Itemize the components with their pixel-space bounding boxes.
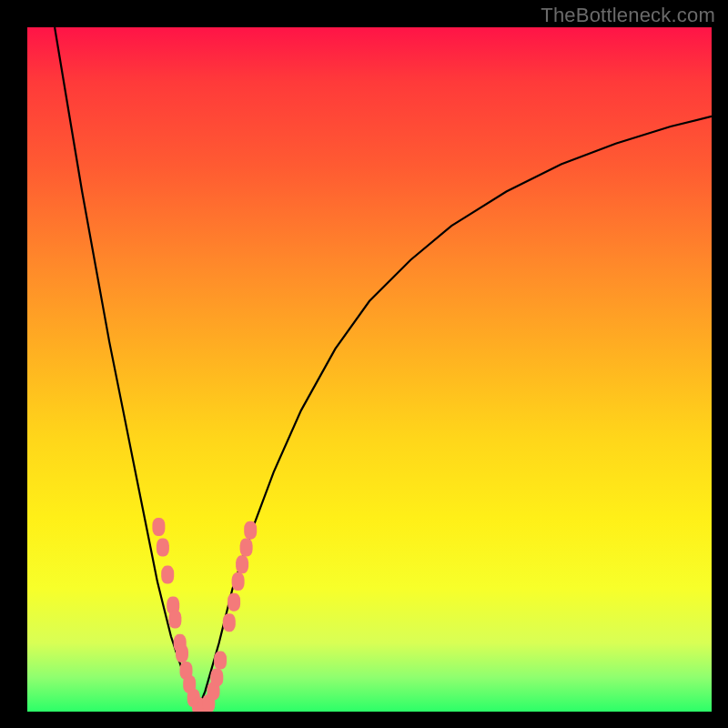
right-branch-curve: [198, 116, 712, 708]
marker-dot: [210, 668, 223, 686]
marker-dot: [152, 518, 165, 536]
marker-dot: [232, 572, 245, 591]
marker-dot: [161, 566, 174, 584]
marker-dot: [228, 593, 240, 612]
marker-dot: [176, 644, 188, 662]
marker-dot: [214, 652, 227, 670]
marker-dot: [240, 539, 253, 557]
marker-dot: [236, 555, 248, 573]
plot-area: [27, 27, 712, 712]
marker-dot: [223, 613, 236, 632]
chart-frame: TheBottleneck.com: [0, 0, 728, 728]
marker-dot: [157, 539, 169, 557]
marker-dot: [168, 611, 181, 629]
marker-dot: [244, 521, 257, 540]
highlight-markers: [152, 518, 257, 712]
watermark-text: TheBottleneck.com: [541, 4, 715, 27]
chart-svg: [27, 27, 712, 712]
